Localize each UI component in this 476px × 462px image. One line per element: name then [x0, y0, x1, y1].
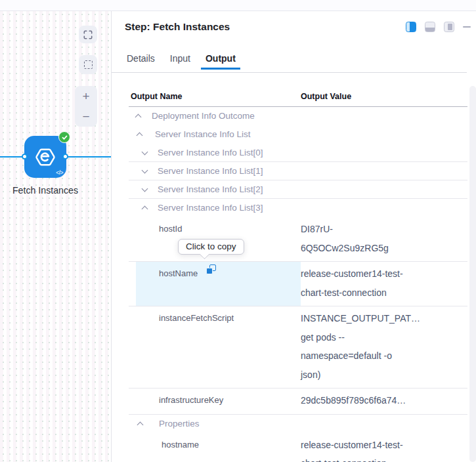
step-node-fetch-instances[interactable]: </> [24, 136, 66, 178]
check-icon [62, 135, 68, 140]
node-label: Fetch Instances [0, 185, 91, 196]
output-name-label: Server Instance Info List [136, 125, 251, 144]
panel-window-controls [406, 22, 471, 32]
output-name-cell: hostName [136, 262, 301, 306]
pane-split-left-icon[interactable] [406, 22, 416, 32]
output-tab-content: Output Name Output Value Deployment Info… [112, 73, 476, 462]
output-name-label: Properties [136, 415, 200, 433]
output-tree-group-row[interactable]: Properties [129, 415, 467, 433]
output-value-cell [301, 162, 467, 180]
output-name-label: Server Instance Info List[0] [136, 144, 263, 162]
output-value-cell [301, 144, 467, 161]
output-row: hostNamerelease-customer14-test- chart-t… [129, 262, 467, 306]
app-top-strip [0, 0, 476, 11]
output-value-cell [301, 199, 467, 217]
output-name-cell: Server Instance Info List[1] [136, 162, 301, 180]
output-name-label: Server Instance Info List[2] [136, 180, 263, 199]
canvas-zoom-panel: + − [75, 86, 97, 127]
copy-icon-front [206, 268, 213, 274]
output-value-cell [301, 125, 467, 144]
output-value-cell [301, 180, 467, 198]
output-tree-group-row[interactable]: Server Instance Info List[3] [129, 199, 467, 217]
output-value[interactable]: INSTANCE_OUTPUT_PAT… get pods -- namespa… [301, 309, 462, 384]
step-detail-panel: Step: Fetch Instances Details Input Outp… [112, 11, 476, 462]
output-name-cell: Deployment Info Outcome [136, 107, 301, 125]
pane-split-right-icon[interactable] [444, 22, 454, 32]
code-glyph-icon: </> [56, 169, 63, 176]
output-name-cell: instanceFetchScript [136, 306, 301, 388]
output-name-label: hostname [136, 436, 199, 455]
column-output-name: Output Name [129, 92, 301, 106]
output-value[interactable]: 29dc5b895f789c6f6a74… [301, 391, 462, 410]
zoom-in-button[interactable]: + [75, 87, 97, 106]
tab-output[interactable]: Output [201, 51, 240, 70]
canvas-fullscreen-button[interactable] [79, 26, 97, 43]
output-tree-group-row[interactable]: Server Instance Info List[1] [129, 162, 467, 180]
output-name-label: instanceFetchScript [136, 309, 234, 328]
tab-details[interactable]: Details [122, 51, 160, 70]
output-value-cell: INSTANCE_OUTPUT_PAT… get pods -- namespa… [301, 306, 467, 388]
connector-line-left [0, 156, 24, 158]
connector-line-right [66, 156, 111, 158]
zoom-out-button[interactable]: − [75, 107, 97, 126]
minimize-icon[interactable] [463, 26, 471, 28]
output-name-label: hostId [136, 220, 182, 239]
output-tree-group-row[interactable]: Server Instance Info List[2] [129, 180, 467, 199]
output-value-cell: release-customer14-test- chart-test-conn… [301, 433, 467, 462]
output-name-cell: infrastructureKey [136, 388, 301, 414]
panel-divider[interactable] [111, 11, 112, 462]
output-row: infrastructureKey29dc5b895f789c6f6a74… [129, 388, 467, 415]
output-table: Output Name Output Value Deployment Info… [129, 92, 467, 462]
node-port-right[interactable] [62, 154, 68, 159]
output-name-label: Server Instance Info List[3] [136, 199, 263, 217]
column-output-value: Output Value [301, 92, 467, 106]
output-tree-group-row[interactable]: Server Instance Info List[0] [129, 144, 467, 162]
output-value-cell [301, 107, 467, 125]
copy-tooltip: Click to copy [178, 239, 244, 255]
output-name-cell: hostname [136, 433, 301, 462]
output-name-label: Deployment Info Outcome [136, 107, 255, 125]
output-name-cell: Server Instance Info List[0] [136, 144, 301, 161]
output-row: instanceFetchScriptINSTANCE_OUTPUT_PAT… … [129, 306, 467, 388]
marquee-select-icon [84, 60, 93, 69]
output-name-cell: Server Instance Info List[2] [136, 180, 301, 198]
output-name-label: hostName [136, 264, 198, 284]
tab-input[interactable]: Input [165, 51, 195, 70]
output-value-cell: DI87rU- 6Q5OCw2Su9zRG5g [301, 217, 467, 261]
fetch-instances-step-icon [34, 146, 56, 168]
output-value[interactable]: DI87rU- 6Q5OCw2Su9zRG5g [301, 220, 462, 257]
output-name-label: Server Instance Info List[1] [136, 162, 263, 180]
output-value-cell: release-customer14-test- chart-test-conn… [301, 262, 467, 306]
output-name-cell: Properties [136, 415, 301, 433]
panel-title: Step: Fetch Instances [125, 21, 230, 33]
output-value-cell: 29dc5b895f789c6f6a74… [301, 388, 467, 414]
output-value[interactable]: release-customer14-test- chart-test-conn… [301, 264, 462, 302]
output-tree-group-row[interactable]: Deployment Info Outcome [129, 107, 467, 125]
fullscreen-icon [83, 30, 93, 39]
copy-icon[interactable] [206, 264, 216, 274]
step-tabs: Details Input Output [122, 51, 240, 70]
output-table-header: Output Name Output Value [129, 92, 467, 107]
output-tree-group-row[interactable]: Server Instance Info List [129, 125, 467, 144]
output-name-cell: Server Instance Info List [136, 125, 301, 144]
step-success-badge [58, 131, 70, 143]
pipeline-canvas[interactable]: + − </> Fetch Instances [0, 11, 111, 462]
output-value[interactable]: release-customer14-test- chart-test-conn… [301, 436, 462, 462]
output-row: hostnamerelease-customer14-test- chart-t… [129, 433, 467, 462]
node-port-left[interactable] [22, 154, 28, 159]
output-name-cell: Server Instance Info List[3] [136, 199, 301, 217]
output-table-rows: Deployment Info OutcomeServer Instance I… [129, 107, 467, 462]
scrollbar[interactable] [469, 86, 476, 462]
pane-split-bottom-icon[interactable] [425, 22, 435, 32]
output-name-label: infrastructureKey [136, 391, 223, 410]
canvas-marquee-select-button[interactable] [79, 55, 97, 74]
output-value-cell [301, 415, 467, 433]
